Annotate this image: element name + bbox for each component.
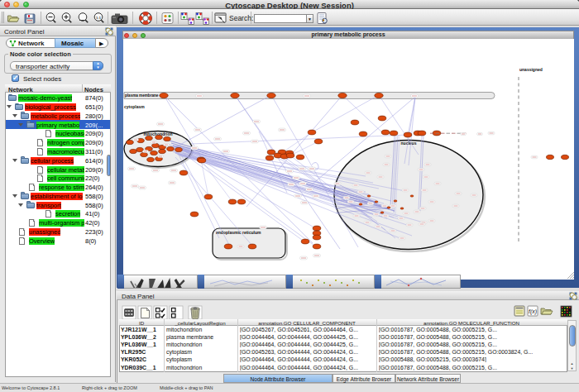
svg-text:unassigned: unassigned [519,67,543,72]
svg-text:plasma membrane: plasma membrane [125,93,159,98]
svg-text:nucleus: nucleus [401,141,417,146]
svg-text:cytoplasm: cytoplasm [124,104,145,109]
svg-text:1:1: 1:1 [96,16,102,20]
svg-text:f(x): f(x) [529,308,537,315]
